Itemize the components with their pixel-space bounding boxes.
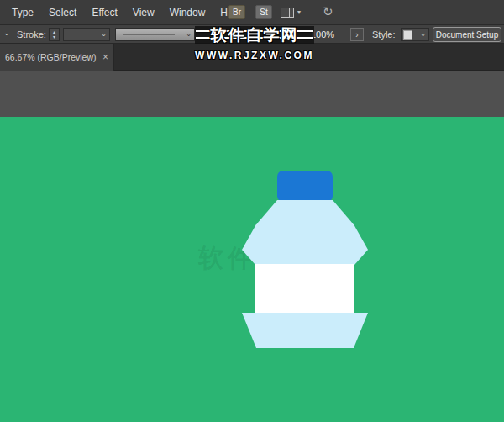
stroke-weight-stepper[interactable]: ▴ ▾ [49,28,60,41]
menu-items: Type Select Effect View Window Help [0,0,504,25]
bottle-cap[interactable] [277,171,333,202]
menu-effect[interactable]: Effect [84,0,124,25]
close-icon[interactable]: × [99,52,108,62]
graphic-style-dropdown[interactable]: ⌄ [401,28,429,41]
document-tab-bar: 66.67% (RGB/Preview) × [0,44,504,71]
artboard-canvas[interactable]: 软件自学网 [0,117,504,422]
workspace-layout-icon [281,8,294,18]
uniform-profile-preview [123,34,175,35]
bottle-base[interactable] [242,313,368,348]
chevron-down-icon: ⌄ [186,31,194,38]
document-tab[interactable]: 66.67% (RGB/Preview) × [0,44,114,71]
sync-icon[interactable]: ↻ [323,4,333,19]
pasteboard[interactable] [0,71,504,117]
workspace-switcher[interactable]: ▾ [281,8,301,18]
style-swatch [403,30,412,40]
bottle-neck[interactable] [257,200,353,224]
style-label: Style: [372,29,396,40]
document-tab-title: 66.67% (RGB/Preview) [5,52,97,62]
bottle-shoulder[interactable] [242,223,368,265]
chevron-right-icon: › [355,30,358,40]
panel-chevron-down-icon[interactable]: ⌄ [3,29,10,37]
bottle-artwork [0,117,504,422]
bridge-button[interactable]: Br [228,5,245,19]
menu-select[interactable]: Select [41,0,84,25]
stroke-weight-dropdown[interactable]: ⌄ [63,28,110,41]
stepper-down-icon: ▾ [53,34,55,40]
opacity-options-button[interactable]: › [350,28,364,41]
menu-type[interactable]: Type [4,0,41,25]
bottle-label[interactable] [255,264,354,314]
stock-button[interactable]: St [255,5,272,19]
illustrator-window: Type Select Effect View Window Help Br S… [0,0,504,422]
opacity-value-field[interactable]: 100% [311,29,334,40]
chevron-down-icon: ▾ [297,9,301,16]
document-setup-button[interactable]: Document Setup [433,27,501,42]
bottle-illustration[interactable] [242,171,368,348]
stroke-label[interactable]: Stroke: [17,29,46,40]
menu-view[interactable]: View [125,0,162,25]
chevron-down-icon: ⌄ [420,31,428,38]
menu-window[interactable]: Window [162,0,213,25]
control-bar: ⌄ Stroke: ▴ ▾ ⌄ ⌄ 100% › Style: ⌄ Docume… [0,25,504,44]
chevron-down-icon: ⌄ [101,31,109,38]
width-profile-dropdown[interactable]: ⌄ [115,28,195,41]
menu-bar: Type Select Effect View Window Help Br S… [0,0,504,25]
